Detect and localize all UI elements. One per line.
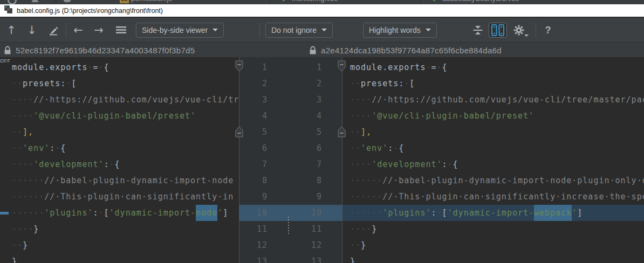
- toolbar-divider: [259, 23, 260, 37]
- background-editor-tabs: JS permission.js monitoring.vue addbeaut…: [0, 0, 644, 4]
- chevron-down-icon: [213, 29, 218, 31]
- line-number: 10: [286, 205, 322, 221]
- history-menu-icon[interactable]: [113, 23, 128, 38]
- collapse-arrow-icon[interactable]: [31, 0, 39, 2]
- chevron-down-icon: [321, 29, 327, 31]
- fold-marker-icon[interactable]: [235, 60, 243, 72]
- code-line[interactable]: module.exports·=·{: [0, 59, 239, 75]
- line-number: 6: [286, 140, 322, 156]
- code-line[interactable]: ······'plugins':·['dynamic-import-webpac…: [342, 205, 644, 221]
- forward-button[interactable]: →: [92, 23, 106, 38]
- soft-wrap-indicator: OFF: [0, 58, 11, 64]
- code-line[interactable]: }: [0, 253, 239, 263]
- splitter-drag-handle[interactable]: [288, 217, 290, 234]
- code-line[interactable]: ····'@vue/cli-plugin-babel/preset': [342, 108, 644, 124]
- code-line[interactable]: ······//·This·plugin·can·significantly·i…: [0, 189, 239, 205]
- code-line[interactable]: ··],: [0, 124, 239, 140]
- modified-file-icon: [431, 0, 437, 2]
- code-line[interactable]: module.exports·=·{: [342, 59, 644, 75]
- collapse-unchanged-icon[interactable]: [470, 23, 485, 38]
- code-line[interactable]: ····'development':·{: [342, 156, 644, 172]
- plugin-icon[interactable]: [64, 0, 71, 2]
- line-number: 12: [239, 237, 268, 253]
- toolbar-divider: [66, 23, 66, 37]
- line-number: 6: [239, 140, 268, 156]
- line-number: 8: [239, 172, 268, 189]
- code-line[interactable]: ····//·https://github.com/vuejs/vue-cli/…: [342, 92, 644, 108]
- code-line[interactable]: ····//·https://github.com/vuejs/vue-cli/…: [0, 92, 239, 108]
- code-line[interactable]: ··'env':·{: [342, 140, 644, 156]
- tab-monitoring-vue[interactable]: monitoring.vue: [292, 0, 338, 4]
- diff-window-icon: [4, 5, 12, 16]
- fold-marker-icon[interactable]: [235, 126, 243, 137]
- right-revision: a2e4124dca198b53f97764a87c65f6cbe884da6d: [310, 43, 502, 58]
- code-line[interactable]: ······'plugins':·['dynamic-import-node']: [0, 205, 239, 221]
- code-line[interactable]: ··presets:·[: [342, 75, 644, 92]
- highlight-mode-dropdown[interactable]: Highlight words: [363, 23, 437, 38]
- whitespace-policy-label: Do not ignore: [271, 26, 317, 34]
- line-number: 8: [286, 172, 322, 189]
- divider: [56, 0, 56, 4]
- lock-icon: [4, 46, 11, 54]
- sync-scroll-toggle[interactable]: [489, 23, 507, 38]
- left-editor[interactable]: module.exports·=·{··presets:·[····//·htt…: [0, 57, 239, 263]
- window-titlebar: babel.config.js (D:\projects\rongchang\f…: [0, 4, 644, 17]
- lock-icon: [310, 46, 316, 54]
- line-number: 13: [286, 253, 322, 263]
- line-number: 12: [286, 237, 322, 253]
- fold-marker-icon[interactable]: [338, 126, 346, 137]
- modified-file-icon: [280, 0, 287, 2]
- left-line-numbers: 12345678910111213: [239, 57, 270, 263]
- code-line[interactable]: ····}: [0, 221, 239, 237]
- line-number: 2: [286, 75, 322, 92]
- chevron-down-icon: [426, 29, 431, 31]
- code-line[interactable]: ··'env':·{: [0, 140, 239, 156]
- find-icon[interactable]: [8, 0, 17, 4]
- code-line[interactable]: ··}: [0, 237, 239, 253]
- left-revision: 52ec8192f7e9619b46d23347a4003487f0f3b7d5: [4, 43, 195, 58]
- tab-addbeautycourtyard-vue[interactable]: addbeautyCourtyard.vue: [442, 0, 519, 4]
- right-line-numbers: 12345678910111213: [286, 57, 323, 263]
- toolbar-divider: [536, 23, 536, 37]
- next-change-button[interactable]: ↓: [25, 23, 39, 38]
- line-number: 3: [286, 92, 322, 108]
- code-line[interactable]: ····'development':·{: [0, 156, 239, 172]
- code-line[interactable]: ··}: [342, 237, 644, 253]
- line-number: 11: [286, 221, 322, 237]
- highlight-mode-label: Highlight words: [369, 26, 421, 34]
- code-line[interactable]: ··presets:·[: [0, 75, 239, 92]
- code-line[interactable]: }: [342, 253, 644, 263]
- diff-window: JS permission.js monitoring.vue addbeaut…: [0, 0, 644, 263]
- settings-gear-icon[interactable]: [510, 23, 527, 38]
- previous-change-button[interactable]: ↑: [4, 23, 18, 38]
- code-line[interactable]: ······//·This·plugin·can·significantly·i…: [342, 189, 644, 205]
- whitespace-policy-dropdown[interactable]: Do not ignore: [265, 23, 333, 38]
- left-revision-hash: 52ec8192f7e9619b46d23347a4003487f0f3b7d5: [16, 46, 195, 55]
- line-number: 7: [239, 156, 268, 172]
- diff-gutter: 12345678910111213 12345678910111213: [239, 57, 342, 263]
- code-line[interactable]: ··],: [342, 124, 644, 140]
- line-number: 10: [239, 205, 268, 221]
- line-number: 7: [286, 156, 322, 172]
- fold-marker-icon[interactable]: [338, 60, 346, 72]
- right-revision-hash: a2e4124dca198b53f97764a87c65f6cbe884da6d: [321, 46, 502, 55]
- viewer-mode-dropdown[interactable]: Side-by-side viewer: [136, 23, 224, 38]
- edit-source-icon[interactable]: [45, 23, 61, 38]
- right-editor[interactable]: module.exports·=·{··presets:·[····//·htt…: [342, 57, 644, 263]
- help-button[interactable]: ?: [542, 24, 554, 36]
- divider: [270, 0, 270, 4]
- code-line[interactable]: ····}: [342, 221, 644, 237]
- tab-permission-js[interactable]: permission.js: [131, 0, 172, 4]
- line-number: 3: [239, 92, 268, 108]
- diff-toolbar: ↑ ↓ ← → Side-by-side viewer Do no: [0, 17, 644, 42]
- code-line[interactable]: ····'@vue/cli-plugin-babel/preset': [0, 108, 239, 124]
- code-line[interactable]: ······//·babel-plugin-dynamic-import-nod…: [0, 172, 239, 189]
- line-number: 9: [286, 189, 322, 205]
- line-number: 2: [239, 75, 268, 92]
- chevron-down-icon: [524, 34, 529, 37]
- pane-divider: [342, 57, 342, 263]
- code-line[interactable]: ······//·babel-plugin-dynamic-import-nod…: [342, 172, 644, 189]
- line-number: 9: [239, 189, 268, 205]
- line-number: 1: [286, 59, 322, 75]
- back-button[interactable]: ←: [71, 23, 85, 38]
